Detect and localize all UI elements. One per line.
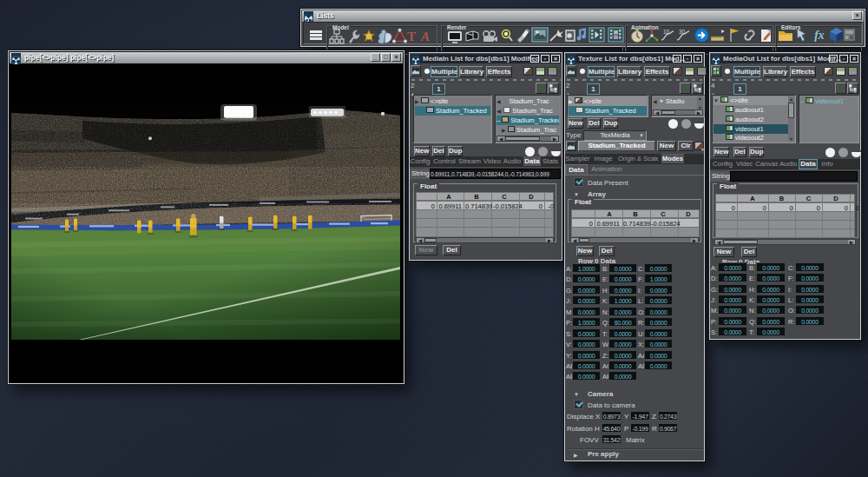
svg-text:fx: fx xyxy=(814,29,825,42)
svg-text:T: T xyxy=(407,30,416,43)
svg-text:A: A xyxy=(420,30,430,43)
